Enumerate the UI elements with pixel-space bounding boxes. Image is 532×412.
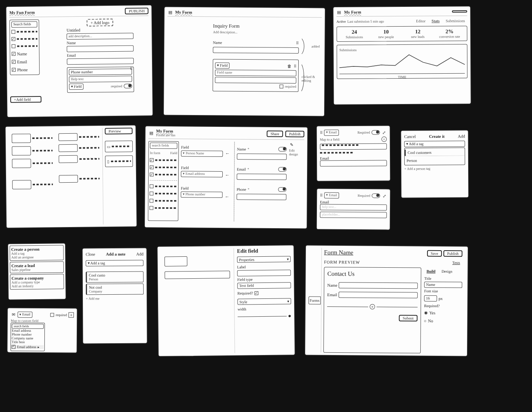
description-input[interactable]: add description... <box>66 33 133 40</box>
pencil-icon[interactable]: ✎ <box>289 142 294 147</box>
tab-stats[interactable]: Stats <box>429 18 442 24</box>
description-input[interactable]: Add description... <box>213 30 299 35</box>
checkbox-icon[interactable] <box>11 30 15 34</box>
close-button[interactable]: Close <box>86 252 95 256</box>
field-option[interactable]: Phone number <box>12 332 44 336</box>
checkbox-icon[interactable] <box>150 166 154 169</box>
search-input[interactable]: search fields <box>12 324 44 329</box>
tab-submissions[interactable]: Submissions <box>443 18 467 24</box>
publish-button[interactable]: PUBLISH <box>125 8 149 14</box>
search-input[interactable]: Search fields <box>11 21 37 28</box>
drag-handle-icon[interactable]: ⠿ <box>320 193 323 197</box>
field-option[interactable]: Title here <box>12 340 44 344</box>
required-toggle[interactable] <box>278 167 287 172</box>
map-input[interactable] <box>320 144 387 150</box>
field-value-input[interactable] <box>215 77 296 83</box>
name-input[interactable] <box>237 153 287 160</box>
create-person[interactable]: Create a person Add a tag Add an assigne… <box>10 245 63 260</box>
field-name-input[interactable]: Field name <box>215 69 296 76</box>
phone-label-input[interactable]: Phone number <box>69 69 132 76</box>
name-input[interactable] <box>67 46 134 52</box>
field-type-dropdown[interactable]: Email <box>324 192 339 198</box>
required-checkbox[interactable] <box>280 85 283 88</box>
expand-icon[interactable]: ⤢ <box>382 193 387 199</box>
cancel-button[interactable]: Cancel <box>404 134 416 139</box>
email-input[interactable] <box>339 292 418 298</box>
checkbox-icon[interactable] <box>12 52 16 56</box>
drag-handle-icon[interactable]: ⠿ <box>320 131 323 135</box>
create-company[interactable]: Create a company Add a company type Add … <box>10 274 64 289</box>
radio-icon[interactable]: ◉ <box>424 310 428 315</box>
add-icon[interactable]: + <box>382 137 387 142</box>
add-button[interactable]: Add <box>458 134 465 139</box>
tag-dropdown[interactable]: Add a tag <box>86 260 144 267</box>
publish-button[interactable]: Publish <box>443 250 462 257</box>
help-text-input[interactable]: help text... <box>320 204 387 210</box>
required-toggle[interactable] <box>372 130 380 135</box>
form-title[interactable]: Inquiry Form <box>213 23 299 30</box>
create-lead[interactable]: Create a lead Sales pipeline <box>10 261 64 273</box>
search-input[interactable]: search fields <box>150 143 177 149</box>
placeholder-input[interactable]: placeholder... <box>320 212 387 218</box>
field-type-dropdown[interactable]: Email <box>324 129 339 136</box>
checkbox-icon[interactable] <box>150 185 154 188</box>
name-input[interactable] <box>339 282 418 289</box>
checkbox-icon[interactable] <box>150 158 154 162</box>
tab-design[interactable]: Design <box>439 269 454 274</box>
field-type-dropdown[interactable]: Email <box>17 312 32 318</box>
action-button[interactable] <box>452 10 467 13</box>
map-dropdown[interactable]: Phone number <box>181 191 223 198</box>
tag-chip[interactable]: Cool custoPerson <box>86 272 144 283</box>
add-button[interactable]: Add <box>136 252 143 256</box>
checkbox-icon[interactable] <box>149 206 153 210</box>
add-icon[interactable]: + <box>68 312 74 317</box>
field-type-dropdown[interactable]: Field <box>215 62 230 68</box>
edit-design-label[interactable]: Edit design <box>289 148 304 156</box>
required-toggle[interactable] <box>278 147 287 152</box>
preview-button[interactable]: Preview <box>105 128 133 134</box>
field-option[interactable]: Company name <box>12 336 44 340</box>
drag-handle-icon[interactable]: ⠿ <box>294 64 296 68</box>
required-toggle[interactable] <box>372 193 380 198</box>
map-dropdown[interactable]: Person Name <box>181 150 223 157</box>
map-dropdown[interactable]: Email address <box>181 171 223 177</box>
tag-dropdown[interactable]: Add a tag <box>404 141 465 147</box>
selected-field[interactable]: Email address <box>17 345 36 349</box>
font-size-input[interactable]: 16 <box>424 295 437 302</box>
checkbox-icon[interactable] <box>12 68 16 72</box>
publish-button[interactable]: Publish <box>285 131 304 137</box>
checkbox-icon[interactable] <box>150 173 154 177</box>
required-checkbox[interactable] <box>255 291 258 295</box>
help-text-input[interactable]: Help text <box>69 76 132 83</box>
checkbox-icon[interactable] <box>150 199 154 203</box>
sidebar-item-name[interactable]: Name <box>17 51 27 56</box>
trash-icon[interactable]: 🗑 <box>287 63 292 69</box>
field-type-input[interactable]: Text field <box>238 282 291 289</box>
phone-input[interactable] <box>237 194 287 200</box>
email-input[interactable] <box>237 174 287 180</box>
layout-option[interactable]: ▭ <box>105 140 133 152</box>
sidebar-item-phone[interactable]: Phone <box>17 67 28 72</box>
tag-option[interactable]: Person <box>405 157 465 164</box>
properties-section[interactable]: Properties▾ <box>237 256 291 262</box>
required-checkbox[interactable] <box>50 313 54 317</box>
share-button[interactable]: Share <box>267 130 283 137</box>
name-input[interactable] <box>213 47 299 54</box>
add-field-button[interactable]: +Add field <box>10 96 41 103</box>
field-type-dropdown[interactable]: Field <box>69 84 84 90</box>
field-option[interactable]: Email address <box>12 328 44 333</box>
style-section[interactable]: Style▾ <box>238 298 291 305</box>
save-button[interactable]: Save <box>427 250 442 256</box>
sidebar-item-email[interactable]: Email <box>17 59 27 64</box>
required-toggle[interactable] <box>278 187 287 192</box>
add-field-icon[interactable]: + <box>370 304 375 309</box>
tab-tests[interactable]: Tests <box>450 260 462 265</box>
add-logo-button[interactable]: + Add logo <box>87 19 113 27</box>
form-name[interactable]: Form Name <box>324 249 353 256</box>
tab-build[interactable]: Build <box>424 269 437 274</box>
form-title[interactable]: Untitled <box>66 27 133 33</box>
expand-icon[interactable]: ⤢ <box>382 130 387 135</box>
title-input[interactable]: Name <box>424 282 462 288</box>
forms-tab[interactable]: Forms <box>309 296 321 304</box>
layout-option[interactable]: ▯ <box>105 155 133 167</box>
